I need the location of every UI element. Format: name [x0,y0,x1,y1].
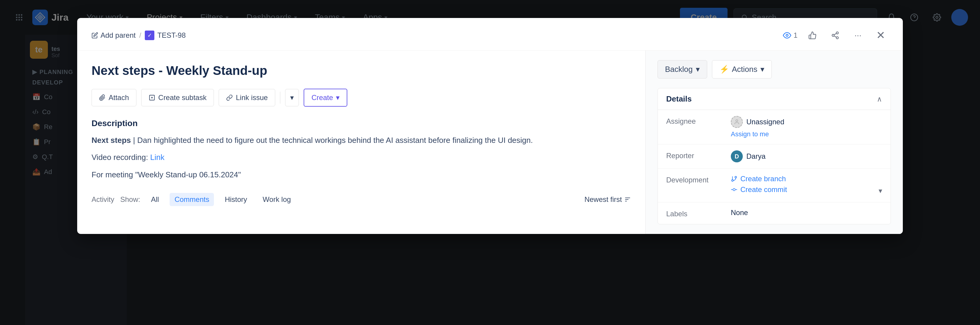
activity-filter-worklog[interactable]: Work log [258,193,296,206]
actions-button[interactable]: ⚡ Actions ▾ [712,60,772,78]
attach-button[interactable]: Attach [92,89,137,106]
reporter-value: D Darya [731,150,882,162]
issue-title: Next steps - Weekly Stand-up [92,62,631,79]
modal-body: Next steps - Weekly Stand-up Attach [77,51,903,234]
issue-toolbar: Attach Create subtask [92,89,631,107]
svg-point-26 [736,120,738,122]
link-issue-label: Link issue [236,93,268,102]
share-button[interactable] [827,27,843,43]
create-commit-row: Create commit ▾ [731,186,882,196]
description-bold: Next steps [92,136,131,145]
development-value: Create branch Create commit [731,175,882,196]
sort-order-button[interactable]: Newest first [584,195,631,204]
svg-point-17 [837,37,838,39]
svg-line-18 [834,36,837,37]
lightning-icon: ⚡ [719,65,729,74]
create-subtask-button[interactable]: Create subtask [141,89,214,106]
watch-count: 1 [794,31,797,40]
watch-icon [783,31,791,40]
reporter-content: D Darya [731,150,882,162]
activity-show-label: Activity [92,195,114,204]
assignee-row: Assignee Unassigned [658,110,891,144]
modal-main-content: Next steps - Weekly Stand-up Attach [77,51,646,234]
attach-icon [99,94,106,101]
reporter-label: Reporter [666,150,726,160]
description-section-title: Description [92,118,631,128]
branch-icon [731,176,737,182]
more-options-button[interactable]: ··· [850,27,866,43]
activity-show-row: Activity Show: All Comments History Work… [92,193,296,206]
create-dropdown-button[interactable]: Create ▾ [304,89,347,107]
details-header: Details ∧ [658,88,891,110]
reporter-row: Reporter D Darya [658,144,891,169]
video-link[interactable]: Link [150,153,164,162]
details-collapse-button[interactable]: ∧ [877,95,882,103]
description-body: Next steps | Dan highlighted the need to… [92,134,631,147]
create-branch-link[interactable]: Create branch [731,175,882,183]
description-video: Video recording: Link [92,151,631,164]
assignee-content: Unassigned [731,116,882,128]
activity-filter-all[interactable]: All [146,193,164,206]
description-body-text: | Dan highlighted the need to figure out… [133,136,533,145]
activity-header: Activity Show: All Comments History Work… [92,193,631,206]
create-dropdown-chevron: ▾ [336,93,339,102]
toolbar-more-button[interactable]: ▾ [285,89,299,106]
activity-filter-comments[interactable]: Comments [170,193,214,206]
actions-label: Actions [732,65,757,74]
assignee-avatar [731,116,743,128]
labels-label: Labels [666,208,726,218]
development-label: Development [666,175,726,184]
development-expand-button[interactable]: ▾ [878,187,882,195]
toolbar-divider [280,92,280,104]
svg-point-28 [735,176,737,178]
more-dots-icon: ··· [854,30,861,40]
share-icon [831,31,839,40]
assignee-name: Unassigned [746,118,784,126]
activity-show-text: Show: [120,195,140,204]
create-commit-label: Create commit [740,186,787,194]
backlog-button[interactable]: Backlog ▾ [657,60,707,78]
labels-none: None [731,208,748,216]
sidebar-action-row: Backlog ▾ ⚡ Actions ▾ [657,60,891,78]
modal-overlay: Add parent / ✓ TEST-98 1 [0,0,980,325]
modal-header-actions: 1 [783,27,888,43]
commit-icon [731,186,737,193]
person-icon [734,119,740,125]
issue-modal: Add parent / ✓ TEST-98 1 [77,18,903,234]
svg-point-30 [733,189,735,191]
breadcrumb: Add parent / ✓ TEST-98 [92,30,186,40]
modal-header: Add parent / ✓ TEST-98 1 [77,18,903,51]
breadcrumb-separator: / [139,31,141,40]
assign-to-me-link[interactable]: Assign to me [731,130,882,138]
create-branch-label: Create branch [740,175,786,183]
activity-section: Activity Show: All Comments History Work… [92,193,631,206]
activity-filter-history[interactable]: History [220,193,252,206]
add-parent-link[interactable]: Add parent [92,31,135,40]
svg-point-14 [786,34,788,37]
issue-type-icon: ✓ [145,30,154,40]
breadcrumb-issue-id[interactable]: ✓ TEST-98 [145,30,186,40]
modal-right-sidebar: Backlog ▾ ⚡ Actions ▾ Details ∧ [646,51,903,234]
attach-label: Attach [108,93,129,102]
svg-point-16 [832,34,834,37]
reporter-name: Darya [746,152,765,160]
svg-point-29 [732,180,733,181]
assignee-label: Assignee [666,116,726,125]
like-button[interactable] [805,27,820,43]
subtask-icon [149,94,155,101]
link-issue-button[interactable]: Link issue [219,89,275,106]
edit-icon [92,32,98,38]
labels-value: None [731,208,882,217]
sort-icon [624,196,631,203]
details-title: Details [666,94,692,104]
watch-button[interactable]: 1 [783,31,797,40]
backlog-label: Backlog [665,65,693,74]
backlog-chevron: ▾ [696,65,700,74]
link-icon [226,94,233,101]
close-modal-button[interactable]: ✕ [873,27,888,43]
add-parent-text: Add parent [100,31,135,40]
create-commit-link[interactable]: Create commit [731,186,787,194]
thumbs-up-icon [808,31,817,40]
video-label: Video recording: [92,153,148,162]
actions-chevron: ▾ [760,65,764,74]
